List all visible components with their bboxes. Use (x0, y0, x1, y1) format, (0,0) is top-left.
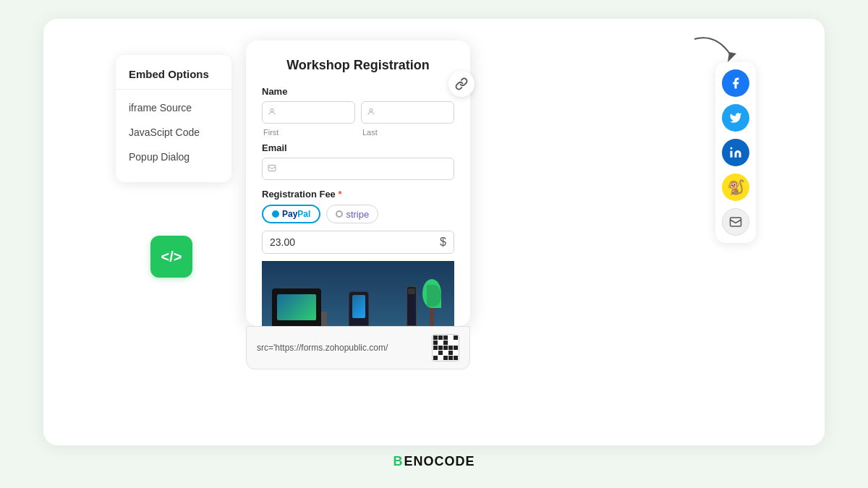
svg-rect-3 (268, 165, 276, 171)
amount-value: 23.00 (270, 236, 440, 248)
person-icon-first (268, 107, 276, 118)
phone-shape (349, 291, 369, 326)
last-sublabel: Last (361, 128, 454, 137)
link-icon (455, 77, 468, 90)
amount-currency: $ (440, 236, 446, 249)
branding-b-char: B (393, 454, 403, 469)
last-name-wrap (361, 101, 454, 124)
phone-screen (352, 295, 365, 318)
link-icon-wrap[interactable] (448, 71, 475, 97)
first-name-wrap (262, 101, 355, 124)
qr-code (432, 334, 459, 361)
form-preview-card: Workshop Registration Name First (246, 40, 470, 326)
monitor-screen (277, 294, 316, 320)
embed-option-iframe[interactable]: iframe Source (116, 95, 231, 120)
branding: BENOCODE (393, 454, 475, 469)
first-sublabel: First (262, 128, 355, 137)
branding-text: ENOCODE (404, 454, 475, 469)
qr-grid (433, 335, 458, 360)
form-preview-wrap: Workshop Registration Name First (246, 40, 470, 369)
email-input[interactable] (262, 158, 454, 180)
embed-options-panel: Embed Options iframe Source JavaScipt Co… (116, 55, 231, 182)
name-row (262, 101, 454, 124)
url-text: src='https://forms.zohopublic.com/ (257, 343, 388, 353)
monitor-shape (272, 288, 321, 326)
monitor-stand (321, 312, 327, 326)
form-image-strip-inner (262, 261, 454, 326)
paypal-button[interactable]: PayPal (262, 205, 320, 223)
stripe-button[interactable]: stripe (326, 205, 378, 223)
bottle-shape (407, 286, 417, 326)
embed-options-title: Embed Options (116, 68, 231, 90)
email-wrap (262, 158, 454, 180)
person-icon-last (367, 107, 375, 118)
svg-rect-6 (731, 218, 741, 226)
svg-point-2 (370, 108, 373, 111)
paypal-logo: PayPal (282, 209, 310, 219)
mailchimp-icon[interactable]: 🐒 (722, 174, 749, 201)
stripe-radio (336, 210, 343, 218)
form-title: Workshop Registration (262, 58, 454, 73)
stripe-label: stripe (346, 209, 369, 220)
twitter-icon[interactable] (722, 104, 749, 132)
main-card: Embed Options iframe Source JavaScipt Co… (43, 19, 825, 445)
embed-option-javascript[interactable]: JavaScipt Code (116, 120, 231, 145)
svg-rect-4 (731, 151, 733, 158)
name-label: Name (262, 86, 454, 97)
payment-options: PayPal stripe (262, 205, 454, 223)
svg-point-5 (731, 147, 733, 150)
email-icon (268, 163, 276, 174)
url-bar: src='https://forms.zohopublic.com/ (246, 326, 470, 369)
linkedin-icon[interactable] (722, 139, 749, 166)
plant-shape (422, 279, 441, 326)
embed-option-popup[interactable]: Popup Dialog (116, 145, 231, 169)
social-panel: 🐒 (715, 62, 756, 243)
paypal-radio (272, 210, 279, 218)
email-share-icon[interactable] (722, 208, 749, 236)
svg-point-1 (271, 108, 273, 111)
amount-row: 23.00 $ (262, 231, 454, 254)
code-button[interactable]: </> (150, 236, 192, 278)
email-label: Email (262, 142, 454, 153)
arrow-decoration (651, 33, 738, 80)
reg-fee-label: Registration Fee * (262, 189, 454, 200)
svg-marker-0 (728, 52, 736, 62)
form-image-strip (262, 261, 454, 326)
required-star: * (338, 189, 341, 200)
